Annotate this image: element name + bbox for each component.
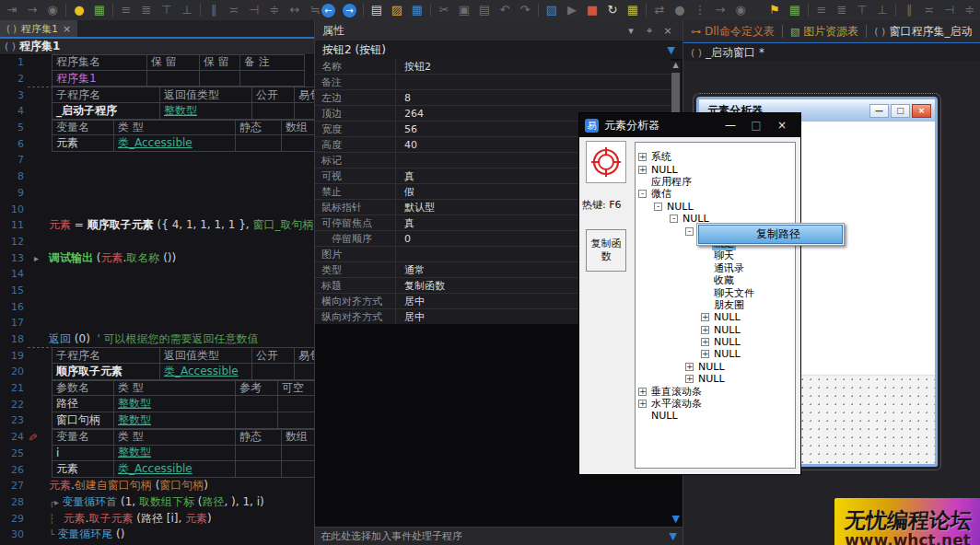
table-cell[interactable]: [236, 396, 278, 412]
code-table-row[interactable]: 顺序取子元素类_Accessible: [52, 364, 314, 380]
collapse-minus-icon[interactable]: -: [685, 227, 694, 236]
scroll-up-icon[interactable]: ▲: [671, 61, 681, 69]
tree-item[interactable]: +NULL: [638, 163, 795, 175]
table-cell[interactable]: [240, 71, 305, 87]
tree-item-label[interactable]: NULL: [712, 324, 742, 336]
designer-sub-header[interactable]: ( ) _启动窗口 *: [683, 43, 980, 63]
redo-icon[interactable]: ↷: [515, 1, 535, 19]
table-cell[interactable]: [236, 461, 282, 478]
minimize-icon[interactable]: —: [718, 119, 743, 132]
table-cell[interactable]: 返回值类型: [160, 347, 252, 364]
table-cell[interactable]: 整数型: [114, 446, 236, 462]
center-horizontal-icon[interactable]: ≍: [919, 1, 939, 19]
tree-item[interactable]: NULL: [638, 410, 795, 422]
form-designer-icon[interactable]: ▦: [89, 1, 110, 19]
swap-icon[interactable]: ⇄: [649, 1, 670, 19]
tab-close-icon[interactable]: ×: [63, 23, 71, 35]
table-cell[interactable]: 备 注: [240, 54, 305, 71]
maximize-icon[interactable]: □: [743, 119, 769, 132]
code-line[interactable]: 12: [0, 234, 314, 250]
code-table-row[interactable]: 变量名类 型静态数组备 注: [52, 120, 314, 136]
code-table-row[interactable]: 子程序名返回值类型公开易包备 注: [52, 347, 314, 364]
table-cell[interactable]: 公开: [252, 347, 295, 364]
collapse-minus-icon[interactable]: -: [654, 203, 662, 211]
object-selector[interactable]: 按钮2 (按钮) ▼: [315, 41, 682, 60]
tree-item[interactable]: +NULL: [685, 361, 795, 373]
expand-plus-icon[interactable]: +: [685, 363, 694, 371]
table-cell[interactable]: 数组: [282, 120, 314, 136]
restart-icon[interactable]: ↻: [602, 1, 623, 19]
tip-lightbulb-icon[interactable]: ●: [69, 1, 89, 19]
code-line[interactable]: 9: [0, 185, 314, 202]
table-cell[interactable]: [282, 135, 314, 152]
compile-package-icon[interactable]: ▦: [623, 1, 643, 19]
table-cell[interactable]: 参考: [236, 380, 278, 397]
dropdown-icon[interactable]: ▾: [624, 25, 638, 37]
expand-plus-icon[interactable]: +: [701, 326, 709, 334]
table-cell[interactable]: 窗口句柄: [52, 412, 114, 429]
collapse-minus-icon[interactable]: -: [670, 215, 678, 223]
table-cell[interactable]: 元素: [52, 135, 114, 152]
code-table-row[interactable]: 元素类_Accessible: [52, 461, 314, 478]
tree-item-label[interactable]: 微信: [649, 187, 673, 201]
tree-item-label[interactable]: 水平滚动条: [649, 397, 704, 411]
code-line[interactable]: 3子程序名返回值类型公开易包备 注: [0, 87, 314, 103]
minimize-icon[interactable]: —: [869, 104, 889, 118]
table-cell[interactable]: [278, 412, 314, 429]
tree-item[interactable]: +NULL: [701, 323, 795, 335]
code-line[interactable]: 13▸调试输出 (元素.取名称 ()): [0, 249, 314, 266]
tree-item-label[interactable]: NULL: [649, 410, 680, 422]
code-table-row[interactable]: 变量名类 型静态数组备 注: [52, 429, 314, 446]
stretch-horizontal-icon[interactable]: ↔: [285, 1, 305, 19]
table-cell[interactable]: 类_Accessible: [160, 364, 252, 380]
locator-crosshair-box[interactable]: [586, 141, 626, 183]
table-cell[interactable]: 类 型: [114, 120, 236, 136]
event-handler-bar[interactable]: 在此处选择加入事件处理子程序 ▼: [315, 527, 682, 545]
align-top-icon[interactable]: ⊤: [157, 1, 177, 19]
expand-plus-icon[interactable]: +: [701, 338, 709, 346]
table-cell[interactable]: 变量名: [52, 120, 114, 136]
table-cell[interactable]: 类 型: [114, 380, 236, 397]
scroll-down-icon[interactable]: ▼: [672, 513, 680, 525]
element-tree[interactable]: +系统+NULL应用程序-微信-NULL-NULL-导航就是聊天通讯录收藏聊天文…: [635, 142, 796, 469]
property-row[interactable]: 左边8: [315, 90, 671, 106]
tree-item-label[interactable]: NULL: [649, 164, 680, 176]
tree-item-label[interactable]: 朋友圈: [712, 298, 746, 312]
table-cell[interactable]: 类 型: [114, 429, 236, 446]
code-table-row[interactable]: 窗口句柄整数型: [52, 412, 314, 429]
code-table-row[interactable]: 程序集名保 留保 留备 注: [52, 54, 305, 71]
code-line[interactable]: 30└ 变量循环尾 (): [0, 527, 314, 543]
code-line[interactable]: 18返回 (0) ' 可以根据您的需要返回任意数值: [0, 331, 314, 348]
code-line[interactable]: 17: [0, 315, 314, 331]
code-table-row[interactable]: 元素类_Accessible: [52, 135, 314, 152]
table-cell[interactable]: 易包: [295, 87, 314, 103]
element-analyzer-window[interactable]: 易 元素分析器 — □ × 热键: F6: [578, 112, 801, 475]
tree-item-label[interactable]: 系统: [649, 150, 673, 164]
property-value[interactable]: 按钮2: [396, 60, 671, 74]
code-line[interactable]: 27元素.创建自窗口句柄 (窗口句柄): [0, 478, 314, 494]
table-cell[interactable]: 可空: [278, 380, 314, 397]
step-over-icon[interactable]: ⇥: [2, 1, 22, 19]
code-table-row[interactable]: _启动子程序整数型本子程序在程序: [52, 103, 314, 120]
tree-item-label[interactable]: NULL: [696, 373, 727, 385]
code-table-row[interactable]: 路径整数型✓: [52, 396, 314, 412]
table-cell[interactable]: [282, 446, 314, 462]
table-cell[interactable]: 元素: [52, 461, 114, 478]
forward-button[interactable]: →: [343, 4, 356, 17]
table-cell[interactable]: 保 留: [200, 54, 240, 71]
tab-image-resources[interactable]: ▧图片资源表: [783, 24, 866, 40]
tab-dll-commands[interactable]: ⊶Dll命令定义表: [683, 24, 782, 40]
tree-item[interactable]: -微信: [638, 188, 795, 200]
code-line[interactable]: 19子程序名返回值类型公开易包备 注: [0, 347, 314, 364]
tab-window-program[interactable]: ( )窗口程序集_启动: [867, 24, 979, 40]
table-cell[interactable]: 保 留: [147, 54, 200, 71]
same-width-icon[interactable]: ∥: [204, 1, 224, 19]
step-icon[interactable]: ⋮: [690, 1, 710, 19]
tree-item-label[interactable]: NULL: [712, 336, 742, 348]
expand-plus-icon[interactable]: +: [638, 166, 647, 174]
code-line[interactable]: 6元素类_Accessible: [0, 135, 314, 152]
open-folder-icon[interactable]: ▨: [387, 1, 407, 19]
expand-plus-icon[interactable]: +: [701, 350, 709, 358]
table-cell[interactable]: [282, 461, 314, 478]
code-line[interactable]: 20顺序取子元素类_Accessible: [0, 364, 314, 380]
